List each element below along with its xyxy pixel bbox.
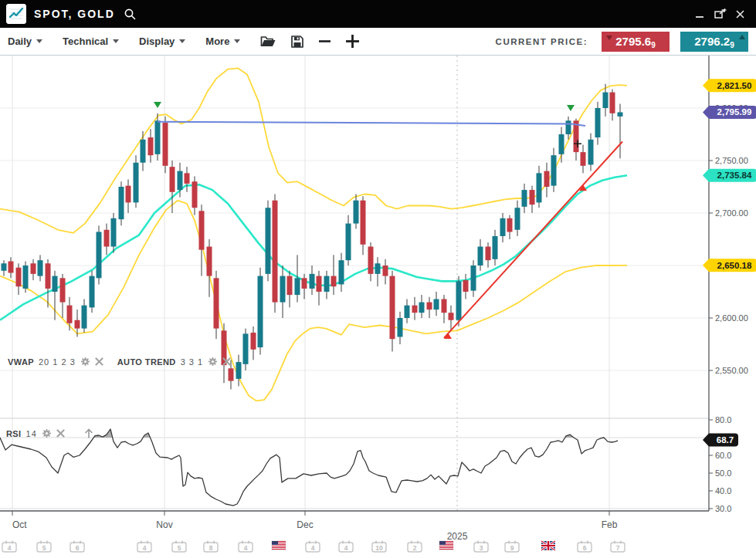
candle[interactable] [478, 247, 483, 265]
candle[interactable] [148, 137, 154, 155]
candle[interactable] [8, 262, 14, 273]
candle[interactable] [185, 173, 190, 184]
candle[interactable] [310, 274, 315, 289]
candle[interactable] [82, 306, 87, 329]
us-flag-icon[interactable] [272, 541, 286, 550]
calendar-event-icon[interactable]: 5 [37, 541, 51, 553]
candle[interactable] [434, 299, 439, 310]
calendar-event-icon[interactable]: 10 [372, 541, 386, 553]
candle[interactable] [236, 362, 242, 379]
candle[interactable] [412, 306, 418, 313]
calendar-event-icon[interactable]: 4 [306, 541, 320, 553]
candle[interactable] [354, 201, 359, 224]
candle[interactable] [588, 140, 594, 165]
candle[interactable] [199, 211, 205, 249]
candle[interactable] [163, 123, 168, 166]
calendar-event-icon[interactable]: 5 [172, 541, 186, 553]
auto-trend-remove-x-icon[interactable] [222, 357, 231, 366]
calendar-event-icon[interactable]: 2 [408, 541, 422, 553]
candle[interactable] [500, 218, 506, 236]
candle[interactable] [566, 120, 571, 134]
calendar-event-icon[interactable]: 4 [239, 541, 253, 553]
zoom-in-icon[interactable] [345, 34, 360, 49]
candle[interactable] [405, 306, 410, 318]
candle[interactable] [178, 171, 183, 190]
candle[interactable] [60, 278, 66, 302]
candle[interactable] [442, 299, 447, 313]
candle[interactable] [603, 93, 609, 108]
candle[interactable] [456, 281, 462, 320]
vwap-remove-x-icon[interactable] [95, 357, 103, 366]
zoom-out-icon[interactable] [318, 35, 331, 48]
minimize-button[interactable] [690, 5, 710, 23]
candle[interactable] [53, 276, 58, 292]
candle[interactable] [90, 276, 95, 308]
close-button[interactable] [730, 5, 750, 23]
candle[interactable] [368, 247, 374, 274]
calendar-event-icon[interactable]: 6 [70, 541, 84, 553]
candle[interactable] [522, 190, 527, 207]
rsi-remove-x-icon[interactable] [56, 429, 65, 438]
calendar-event-icon[interactable]: 4 [137, 541, 151, 553]
candle[interactable] [507, 218, 513, 232]
rsi-move-up-arrow-icon[interactable] [83, 428, 94, 439]
candle[interactable] [559, 134, 564, 154]
menu-display[interactable]: Display [139, 36, 185, 47]
candle[interactable] [46, 263, 51, 289]
calendar-event-icon[interactable]: 6 [578, 541, 592, 553]
candle[interactable] [16, 268, 22, 286]
popout-button[interactable] [710, 5, 730, 23]
candle[interactable] [317, 276, 322, 292]
candle[interactable] [38, 260, 43, 276]
candle[interactable] [339, 260, 344, 284]
candle[interactable] [383, 265, 388, 276]
calendar-event-icon[interactable]: 8 [204, 541, 218, 553]
candle[interactable] [361, 201, 366, 245]
candle[interactable] [170, 167, 175, 192]
candle[interactable] [419, 303, 425, 313]
candle[interactable] [67, 306, 73, 323]
candle[interactable] [266, 208, 271, 274]
candle[interactable] [515, 208, 520, 230]
candle[interactable] [331, 276, 337, 287]
calendar-event-icon[interactable]: 4 [339, 541, 353, 553]
candle[interactable] [207, 247, 212, 276]
candle[interactable] [390, 276, 395, 340]
calendar-event-icon[interactable]: 7 [611, 541, 625, 553]
candle[interactable] [23, 265, 29, 289]
candle[interactable] [581, 152, 586, 166]
candle[interactable] [75, 320, 80, 329]
price-chart-canvas[interactable]: 2,800.002,750.002,700.002,650.002,600.00… [0, 56, 756, 558]
candle[interactable] [295, 278, 300, 295]
uk-flag-icon[interactable] [541, 541, 555, 550]
candle[interactable] [287, 276, 293, 295]
candle[interactable] [398, 318, 403, 336]
candle[interactable] [273, 201, 278, 303]
us-flag-icon[interactable] [439, 541, 453, 550]
candle[interactable] [463, 280, 469, 292]
candle[interactable] [280, 276, 286, 303]
candle[interactable] [544, 171, 550, 187]
candle[interactable] [214, 278, 219, 328]
candle[interactable] [610, 93, 615, 113]
candle[interactable] [251, 333, 256, 350]
menu-technical[interactable]: Technical [63, 36, 119, 47]
candle[interactable] [537, 173, 542, 202]
candle[interactable] [229, 368, 234, 380]
candle[interactable] [119, 187, 124, 219]
candle[interactable] [192, 181, 198, 208]
candle[interactable] [258, 276, 263, 347]
candle[interactable] [486, 247, 491, 261]
candle[interactable] [31, 263, 36, 274]
candle[interactable] [375, 263, 381, 274]
candle[interactable] [427, 303, 432, 310]
auto-trend-settings-gear-icon[interactable] [208, 357, 218, 367]
candle[interactable] [104, 230, 110, 247]
menu-more[interactable]: More [205, 36, 240, 47]
candle[interactable] [618, 112, 623, 116]
calendar-event-icon[interactable]: 3 [474, 541, 488, 553]
candle[interactable] [141, 140, 146, 163]
candle[interactable] [471, 265, 476, 291]
candle[interactable] [302, 278, 307, 289]
rsi-settings-gear-icon[interactable] [42, 428, 52, 438]
